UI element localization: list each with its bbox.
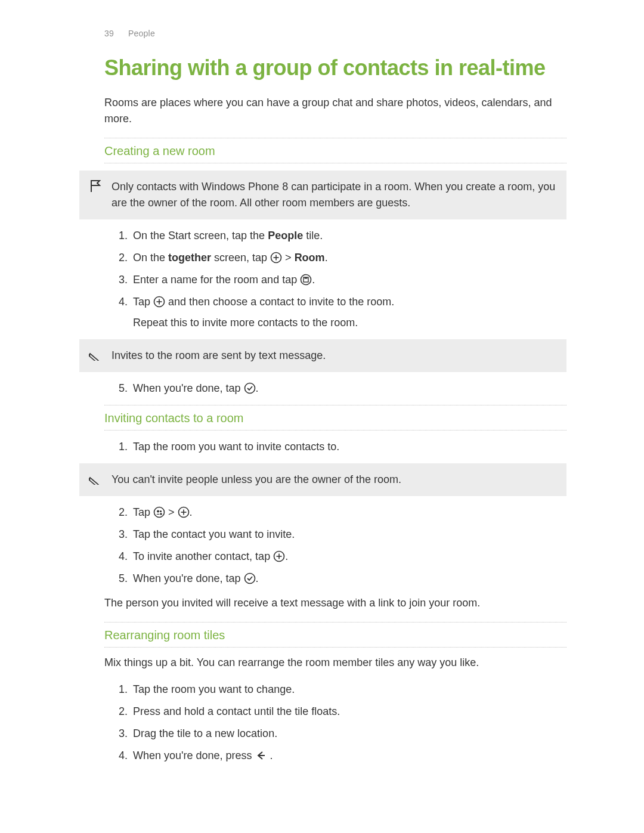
flag-callout-text: Only contacts with Windows Phone 8 can p…: [112, 179, 558, 211]
page: 39 People Sharing with a group of contac…: [0, 0, 644, 833]
step-text: and then choose a contact to invite to t…: [165, 296, 394, 308]
step-item: Press and hold a contact until the tile …: [131, 704, 566, 720]
step-item: Enter a name for the room and tap .: [131, 272, 566, 288]
intro-paragraph: Rooms are places where you can have a gr…: [104, 95, 566, 127]
rearranging-intro: Mix things up a bit. You can rearrange t…: [104, 655, 566, 671]
step-text: When you're done, tap: [133, 382, 244, 394]
step-text: Enter a name for the room and tap: [133, 274, 300, 286]
pencil-callout-text: You can't invite people unless you are t…: [112, 472, 401, 488]
step-text: When you're done, press: [133, 750, 255, 761]
pencil-icon: [89, 348, 102, 361]
step-item: When you're done, tap .: [131, 380, 566, 397]
step-text: >: [165, 506, 178, 518]
step-text: .: [267, 750, 273, 761]
step-item: When you're done, press .: [131, 748, 566, 764]
save-icon: [300, 274, 312, 286]
step-text: screen, tap: [211, 252, 270, 264]
step-text: Drag the tile to a new location.: [133, 727, 277, 739]
group-plus-icon: [153, 506, 165, 518]
bold-word: Room: [295, 252, 325, 264]
step-item: To invite another contact, tap .: [131, 549, 566, 565]
step-item: Tap the room you want to change.: [131, 682, 566, 698]
plus-icon: [273, 550, 285, 562]
step-text: Press and hold a contact until the tile …: [133, 705, 340, 717]
step-text: .: [256, 572, 259, 584]
heading-inviting: Inviting contacts to a room: [104, 405, 566, 430]
step-text: To invite another contact, tap: [133, 550, 273, 562]
step-text: >: [282, 252, 295, 264]
flag-icon: [89, 179, 102, 193]
step-text: Tap: [133, 506, 153, 518]
heading-rearranging: Rearranging room tiles: [104, 623, 566, 647]
step-text: On the: [133, 252, 168, 264]
inviting-steps-a: Tap the room you want to invite contacts…: [104, 439, 566, 455]
section-heading-block: Creating a new room: [104, 138, 566, 163]
step-item: Tap > .: [131, 504, 566, 521]
step-text: When you're done, tap: [133, 572, 244, 584]
pencil-callout: Invites to the room are sent by text mes…: [79, 339, 566, 372]
plus-icon: [270, 252, 282, 264]
bold-word: together: [168, 252, 211, 264]
step-item: When you're done, tap .: [131, 571, 566, 587]
inviting-outro: The person you invited will receive a te…: [104, 595, 566, 611]
check-icon: [244, 572, 256, 584]
step-text: Tap the contact you want to invite.: [133, 528, 295, 540]
step-text: Tap the room you want to invite contacts…: [133, 441, 339, 453]
creating-steps-a: On the Start screen, tap the People tile…: [104, 228, 566, 331]
pencil-callout: You can't invite people unless you are t…: [79, 463, 566, 496]
pencil-icon: [89, 472, 102, 485]
plus-icon: [178, 506, 190, 518]
step-text: .: [285, 550, 288, 562]
step-text: .: [312, 274, 315, 286]
rearranging-steps: Tap the room you want to change. Press a…: [104, 682, 566, 764]
heading-creating: Creating a new room: [104, 138, 566, 163]
check-icon: [244, 382, 256, 394]
bold-word: People: [268, 230, 303, 241]
step-item: Tap the contact you want to invite.: [131, 527, 566, 543]
creating-steps-b: When you're done, tap .: [104, 380, 566, 397]
section-heading-block: Inviting contacts to a room: [104, 405, 566, 431]
step-text: Tap: [133, 296, 153, 308]
page-section: People: [128, 29, 155, 38]
step-item: Tap and then choose a contact to invite …: [131, 294, 566, 331]
page-header: 39 People: [104, 29, 566, 38]
flag-callout: Only contacts with Windows Phone 8 can p…: [79, 171, 566, 219]
page-title: Sharing with a group of contacts in real…: [104, 55, 566, 80]
step-continuation: Repeat this to invite more contacts to t…: [133, 315, 566, 331]
step-text: tile.: [303, 230, 323, 241]
step-text: Tap the room you want to change.: [133, 683, 295, 695]
step-item: Tap the room you want to invite contacts…: [131, 439, 566, 455]
step-item: On the together screen, tap > Room.: [131, 250, 566, 266]
back-icon: [255, 750, 267, 761]
step-item: Drag the tile to a new location.: [131, 726, 566, 742]
pencil-callout-text: Invites to the room are sent by text mes…: [112, 348, 326, 364]
inviting-steps-b: Tap > . Tap the contact you want to invi…: [104, 504, 566, 587]
step-text: .: [325, 252, 328, 264]
step-text: .: [190, 506, 193, 518]
step-item: On the Start screen, tap the People tile…: [131, 228, 566, 244]
step-text: .: [256, 382, 259, 394]
plus-icon: [153, 296, 165, 308]
step-text: On the Start screen, tap the: [133, 230, 268, 241]
page-number: 39: [104, 29, 114, 38]
section-heading-block: Rearranging room tiles: [104, 622, 566, 648]
